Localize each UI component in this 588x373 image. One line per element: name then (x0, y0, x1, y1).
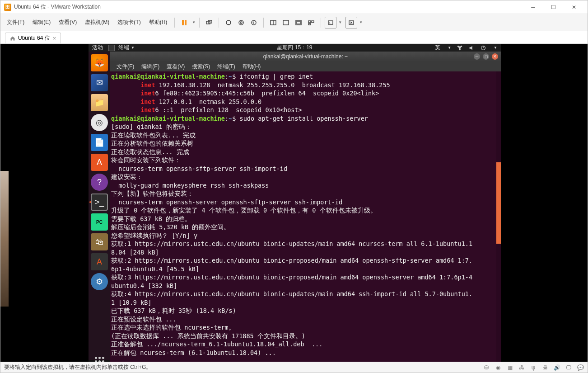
close-button[interactable]: ✕ (564, 1, 584, 14)
inet-label: inet (140, 81, 155, 89)
chevron-down-icon[interactable]: ▼ (192, 20, 196, 24)
status-display-icon[interactable]: 🖵 (565, 364, 572, 371)
status-cd-icon[interactable]: ◉ (495, 364, 502, 371)
minimize-button[interactable]: ─ (523, 1, 543, 14)
revert-button[interactable] (248, 17, 260, 28)
svg-rect-15 (308, 24, 311, 25)
activities-button[interactable]: 活动 (92, 44, 103, 52)
status-sound-icon[interactable]: 🔊 (553, 364, 560, 371)
suspend-button[interactable] (178, 17, 190, 28)
output-line: molly-guard monkeysphere rssh ssh-askpas… (111, 182, 269, 189)
status-disk-icon[interactable]: ⛁ (483, 364, 490, 371)
unity-button[interactable] (280, 17, 292, 28)
terminal-titlebar[interactable]: qiankai@qiankai-virtual-machine: ~ ─ ◻ ✕ (110, 52, 501, 61)
dock-ubuntu-software[interactable]: A (91, 154, 108, 171)
svg-rect-12 (297, 21, 300, 24)
inet-label: inet (140, 106, 155, 113)
terminal-menubar: 文件(F) 编辑(E) 查看(V) 搜索(S) 终端(T) 帮助(H) (110, 61, 501, 71)
output-line: 正在解包 ncurses-term (6.1-1ubuntu1.18.04) .… (111, 349, 276, 356)
output-line: 已下载 637 kB，耗时 35秒 (18.4 kB/s) (111, 307, 236, 314)
ubuntu-dock: 🦊 ✉ 📁 ◎ 📄 A ? >_ PC 🛍 A ⚙ (89, 52, 110, 362)
menu-help[interactable]: 帮助(H) (145, 17, 171, 28)
scrollbar-thumb[interactable] (496, 162, 501, 244)
status-network-icon[interactable]: 🖧 (518, 364, 525, 371)
chevron-down-icon[interactable]: ▼ (338, 20, 342, 24)
menu-view[interactable]: 查看(V) (55, 17, 80, 28)
separator (174, 18, 175, 28)
dock-terminal[interactable]: >_ (91, 194, 108, 211)
prompt-user: qiankai@qiankai-virtual-machine (111, 115, 225, 122)
term-menu-help[interactable]: 帮助(H) (240, 62, 264, 71)
console-view-button[interactable] (293, 17, 304, 28)
output-line: 正在选中未选择的软件包 ncurses-term。 (111, 324, 235, 331)
tab-close-button[interactable]: × (53, 35, 56, 42)
terminal-scrollbar[interactable] (496, 71, 501, 362)
menu-tabs[interactable]: 选项卡(T) (114, 17, 144, 28)
dock-software-updater[interactable]: A (91, 253, 108, 270)
volume-icon[interactable] (468, 45, 475, 51)
vmware-tabbar: Ubuntu 64 位 × (0, 31, 588, 44)
output-line: 6p1-4ubuntu0.4 [45.5 kB] (111, 265, 199, 273)
dock-pycharm[interactable]: PC (91, 213, 108, 231)
output-line: 192.168.38.128 netmask 255.255.255.0 bro… (155, 81, 390, 89)
output-line: ncurses-term openssh-server openssh-sftp… (111, 198, 342, 206)
terminal-body[interactable]: qiankai@qiankai-virtual-machine:~$ ifcon… (110, 71, 501, 362)
power-icon[interactable] (480, 45, 486, 51)
menu-vm[interactable]: 虚拟机(M) (81, 17, 113, 28)
svg-rect-10 (283, 20, 289, 25)
dock-thunderbird[interactable]: ✉ (91, 74, 108, 91)
thumbnail-button[interactable] (305, 17, 317, 28)
output-line: 1 [10.9 kB] (111, 299, 151, 306)
dock-libreoffice-writer[interactable]: 📄 (91, 134, 108, 151)
status-usb-icon[interactable]: ψ (530, 364, 537, 371)
network-icon[interactable] (457, 45, 463, 51)
term-menu-search[interactable]: 搜索(S) (189, 62, 213, 71)
ime-indicator[interactable]: 英 (435, 44, 440, 52)
chevron-down-icon[interactable]: ▼ (359, 20, 363, 24)
vmware-title: Ubuntu 64 位 - VMware Workstation (14, 3, 101, 11)
output-line: 下列【新】软件包将被安装： (111, 190, 193, 197)
terminal-maximize-button[interactable]: ◻ (483, 53, 489, 60)
svg-point-6 (240, 22, 242, 24)
status-message-icon[interactable]: 💬 (577, 364, 584, 371)
vm-guest-area[interactable]: 活动 终端 ▼ 星期四 15：19 英 ▼ ▼ 🦊 ✉ (0, 44, 588, 362)
stretch-button[interactable] (345, 17, 357, 28)
term-menu-view[interactable]: 查看(V) (164, 62, 187, 71)
terminal-minimize-button[interactable]: ─ (474, 53, 480, 60)
term-menu-file[interactable]: 文件(F) (114, 62, 137, 71)
fullscreen-button[interactable] (267, 17, 279, 28)
tab-ubuntu[interactable]: Ubuntu 64 位 × (5, 33, 61, 43)
dock-rhythmbox[interactable]: ◎ (91, 114, 108, 131)
menu-file[interactable]: 文件(F) (3, 17, 28, 28)
terminal-title: qiankai@qiankai-virtual-machine: ~ (263, 53, 348, 60)
term-menu-terminal[interactable]: 终端(T) (215, 62, 238, 71)
prompt-user: qiankai@qiankai-virtual-machine (111, 73, 225, 80)
dock-settings[interactable]: ⚙ (91, 273, 108, 290)
clock[interactable]: 星期四 15：19 (277, 44, 312, 52)
output-line: 正在预设定软件包 ... (111, 316, 177, 323)
app-menu-terminal[interactable]: 终端 (118, 44, 129, 52)
snapshot-button[interactable] (223, 17, 234, 28)
menu-edit[interactable]: 编辑(E) (29, 17, 54, 28)
dock-help[interactable]: ? (91, 174, 108, 191)
home-icon (10, 36, 15, 41)
maximize-button[interactable]: ☐ (543, 1, 564, 14)
terminal-close-button[interactable]: ✕ (492, 53, 498, 60)
output-line: (正在读取数据库 ... 系统当前共安装有 171885 个文件和目录。) (111, 332, 305, 340)
dock-firefox[interactable]: 🦊 (91, 54, 108, 71)
term-menu-edit[interactable]: 编辑(E) (139, 62, 162, 71)
output-line: 6 ::1 prefixlen 128 scopeid 0x10<host> (155, 106, 302, 113)
dock-amazon[interactable]: 🛍 (91, 233, 108, 250)
chevron-down-icon: ▼ (448, 46, 451, 50)
send-ctrlaltdel-button[interactable] (203, 17, 215, 28)
quick-switch-button[interactable] (325, 17, 336, 28)
tab-label: Ubuntu 64 位 (18, 34, 50, 42)
vmware-menubar: 文件(F) 编辑(E) 查看(V) 虚拟机(M) 选项卡(T) 帮助(H) ▼ … (0, 14, 588, 31)
dock-files[interactable]: 📁 (91, 94, 108, 111)
dock-show-apps[interactable] (91, 353, 108, 362)
snapshot-manager-button[interactable] (235, 17, 247, 28)
separator (199, 18, 200, 28)
ubuntu-body: 🦊 ✉ 📁 ◎ 📄 A ? >_ PC 🛍 A ⚙ (89, 52, 501, 362)
status-floppy-icon[interactable]: ▦ (506, 364, 513, 371)
status-printer-icon[interactable]: 🖶 (541, 364, 549, 371)
